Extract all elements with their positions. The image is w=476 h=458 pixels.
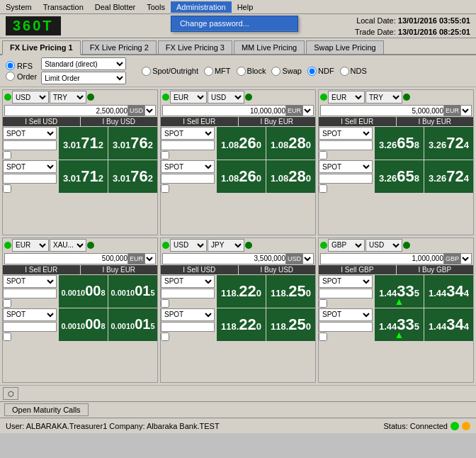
sell-price-1-1[interactable]: 1.08260 — [217, 160, 266, 193]
menu-change-password[interactable]: Change password... — [171, 16, 298, 31]
spot-check-4-0[interactable] — [161, 299, 169, 308]
spot-check-3-0[interactable] — [3, 299, 11, 308]
spot-select-4-1[interactable]: SPOT — [161, 308, 215, 321]
spot-input-2-0[interactable] — [319, 140, 373, 150]
tab-fx-live-1[interactable]: FX Live Pricing 1 — [2, 40, 81, 55]
amount-ccy-select-2[interactable] — [460, 105, 472, 116]
standard-select[interactable]: Standard (direct) — [41, 57, 126, 70]
menu-tools[interactable]: Tools — [141, 1, 171, 13]
spot-check-0-0[interactable] — [3, 151, 11, 160]
buy-price-0-1[interactable]: 3.01762 — [108, 160, 157, 193]
spot-select-4-0[interactable]: SPOT — [161, 275, 215, 288]
ccy2-select-3[interactable]: XAU... — [50, 239, 86, 252]
buy-price-1-1[interactable]: 1.08280 — [266, 160, 315, 193]
amount-input-2[interactable] — [320, 105, 444, 116]
buy-price-5-1[interactable]: 1.44344 — [424, 308, 473, 341]
spot-check-5-0[interactable] — [319, 299, 327, 308]
order-radio[interactable]: Order — [6, 72, 37, 81]
buy-price-2-1[interactable]: 3.26724 — [424, 160, 473, 193]
amount-input-0[interactable] — [4, 105, 128, 116]
amount-input-1[interactable] — [162, 105, 286, 116]
block-radio[interactable]: Block — [237, 67, 266, 76]
ccy1-select-0[interactable]: USD — [12, 91, 49, 104]
spot-check-2-1[interactable] — [319, 184, 327, 193]
buy-price-3-0[interactable]: 0.0010015 — [108, 275, 157, 308]
spot-input-4-1[interactable] — [161, 322, 215, 332]
tab-mm-live[interactable]: MM Live Pricing — [234, 40, 305, 54]
menu-system[interactable]: System — [0, 1, 38, 13]
buy-price-3-1[interactable]: 0.0010015 — [108, 308, 157, 341]
ccy2-select-0[interactable]: TRY — [50, 91, 86, 104]
expand-button[interactable]: ⬡ — [3, 387, 18, 400]
tab-fx-live-3[interactable]: FX Live Pricing 3 — [158, 40, 232, 54]
spot-input-0-0[interactable] — [3, 140, 57, 150]
amount-input-4[interactable] — [162, 253, 286, 264]
sell-price-0-1[interactable]: 3.01712 — [59, 160, 108, 193]
rfs-radio[interactable]: RFS — [6, 61, 37, 70]
spot-select-3-0[interactable]: SPOT — [3, 275, 57, 288]
spot-input-5-0[interactable] — [319, 289, 373, 298]
ndf-radio[interactable]: NDF — [307, 67, 334, 76]
nds-radio[interactable]: NDS — [340, 67, 367, 76]
spot-check-1-0[interactable] — [161, 151, 169, 160]
spot-input-3-1[interactable] — [3, 322, 57, 332]
spot-select-0-0[interactable]: SPOT — [3, 127, 57, 140]
spot-select-3-1[interactable]: SPOT — [3, 308, 57, 321]
spot-select-1-0[interactable]: SPOT — [161, 127, 215, 140]
sell-price-3-1[interactable]: 0.0010008 — [59, 308, 108, 341]
sell-price-4-1[interactable]: 118.220 — [217, 308, 266, 341]
spot-input-3-0[interactable] — [3, 289, 57, 298]
ccy1-select-4[interactable]: USD — [170, 239, 207, 252]
amount-input-5[interactable] — [320, 253, 444, 264]
tab-swap-live[interactable]: Swap Live Pricing — [306, 40, 383, 54]
sell-price-4-0[interactable]: 118.220 — [217, 275, 266, 308]
sell-price-2-0[interactable]: 3.26658 — [375, 127, 424, 160]
spot-check-1-1[interactable] — [161, 184, 169, 193]
spot-check-4-1[interactable] — [161, 333, 169, 341]
sell-price-5-0[interactable]: 1.44335 ▲ — [375, 275, 424, 308]
menu-deal-blotter[interactable]: Deal Blotter — [89, 1, 141, 13]
buy-price-4-1[interactable]: 118.250 — [266, 308, 315, 341]
spot-check-0-1[interactable] — [3, 184, 11, 193]
ccy2-select-4[interactable]: JPY — [208, 239, 244, 252]
spot-check-2-0[interactable] — [319, 151, 327, 160]
ccy1-select-5[interactable]: GBP — [328, 239, 365, 252]
spot-select-2-0[interactable]: SPOT — [319, 127, 373, 140]
spot-outright-radio[interactable]: Spot/Outright — [142, 67, 198, 76]
menu-transaction[interactable]: Transaction — [38, 1, 89, 13]
spot-check-3-1[interactable] — [3, 333, 11, 341]
limit-order-select[interactable]: Limit Order — [41, 72, 126, 84]
amount-ccy-select-1[interactable] — [302, 105, 314, 116]
spot-input-5-1[interactable] — [319, 322, 373, 332]
ccy2-select-2[interactable]: TRY — [366, 91, 402, 104]
tab-fx-live-2[interactable]: FX Live Pricing 2 — [82, 40, 157, 54]
sell-price-0-0[interactable]: 3.01712 — [59, 127, 108, 160]
buy-price-0-0[interactable]: 3.01762 — [108, 127, 157, 160]
sell-price-3-0[interactable]: 0.0010008 — [59, 275, 108, 308]
amount-ccy-select-0[interactable] — [144, 105, 156, 116]
spot-select-5-0[interactable]: SPOT — [319, 275, 373, 288]
sell-price-5-1[interactable]: 1.44335 ▲ — [375, 308, 424, 341]
spot-input-1-0[interactable] — [161, 140, 215, 150]
mft-radio[interactable]: MFT — [204, 67, 231, 76]
buy-price-1-0[interactable]: 1.08280 — [266, 127, 315, 160]
ccy1-select-1[interactable]: EUR — [170, 91, 207, 104]
menu-help[interactable]: Help — [232, 1, 259, 13]
ccy2-select-1[interactable]: USD — [208, 91, 244, 104]
buy-price-5-0[interactable]: 1.44344 — [424, 275, 473, 308]
ccy1-select-3[interactable]: EUR — [12, 239, 49, 252]
swap-radio[interactable]: Swap — [271, 67, 302, 76]
spot-input-2-1[interactable] — [319, 174, 373, 184]
spot-input-4-0[interactable] — [161, 289, 215, 298]
amount-input-3[interactable] — [4, 253, 128, 264]
spot-check-5-1[interactable] — [319, 333, 327, 341]
buy-price-4-0[interactable]: 118.250 — [266, 275, 315, 308]
amount-ccy-select-3[interactable] — [144, 253, 156, 264]
buy-price-2-0[interactable]: 3.26724 — [424, 127, 473, 160]
spot-input-1-1[interactable] — [161, 174, 215, 184]
spot-select-2-1[interactable]: SPOT — [319, 160, 373, 173]
spot-select-0-1[interactable]: SPOT — [3, 160, 57, 173]
amount-ccy-select-5[interactable] — [460, 253, 472, 264]
ccy1-select-2[interactable]: EUR — [328, 91, 365, 104]
spot-input-0-1[interactable] — [3, 174, 57, 184]
